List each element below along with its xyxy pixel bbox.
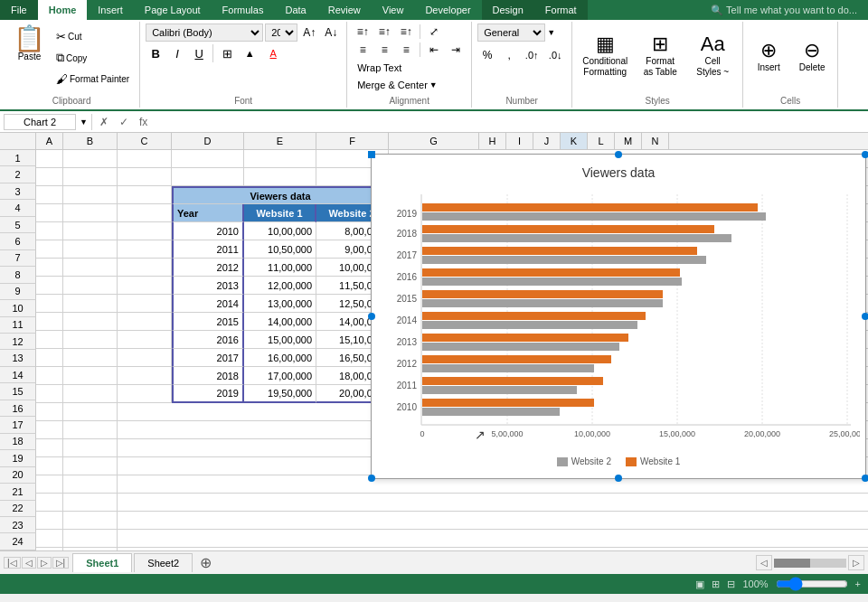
text-direction-button[interactable]: ⤢ [424,24,444,40]
insert-function-button[interactable]: fx [136,116,151,128]
horizontal-scrollbar[interactable] [774,559,846,568]
cell-w1-2017[interactable]: 16,00,000 [244,349,316,367]
number-format-select[interactable]: General [477,24,545,42]
cell-b2[interactable] [63,168,118,186]
delete-button[interactable]: ⊖ Delete [792,36,832,75]
view-normal-icon[interactable]: ▣ [695,578,704,590]
font-increase-button[interactable]: A↑ [299,24,319,41]
format-painter-button[interactable]: 🖌Format Painter [52,70,134,89]
scroll-left-button[interactable]: ◁ [756,555,772,570]
cell-year-2018[interactable]: 2018 [172,367,244,385]
tab-design[interactable]: Design [482,0,534,20]
formula-input[interactable] [155,114,864,130]
cell-styles-button[interactable]: Aa Cell Styles ~ [688,30,737,80]
cell-w1-2014[interactable]: 13,00,000 [244,295,316,313]
cell-w1-2013[interactable]: 12,00,000 [244,277,316,295]
align-top-right-button[interactable]: ≡↑ [396,24,416,40]
cell-w1-2010[interactable]: 10,00,000 [244,222,316,240]
scrollbar-thumb[interactable] [774,559,810,568]
cell-viewers-data-header[interactable]: Viewers data [172,186,389,204]
fill-color-button[interactable]: ▲ [239,43,260,63]
sheet-tab-sheet2[interactable]: Sheet2 [134,553,193,572]
name-box[interactable] [4,114,76,130]
cell-b4[interactable] [63,204,118,222]
tab-review[interactable]: Review [317,0,372,20]
tab-formulas[interactable]: Formulas [212,0,275,20]
chart-handle-bm[interactable] [615,475,622,482]
cell-a3[interactable] [36,186,63,204]
wrap-text-button[interactable]: Wrap Text [353,60,466,76]
align-center-button[interactable]: ≡ [374,42,394,58]
chart-handle-tl[interactable] [368,151,375,158]
percent-button[interactable]: % [477,45,497,65]
chart-handle-tm[interactable] [615,151,622,158]
align-right-button[interactable]: ≡ [396,42,416,58]
cell-w1-2011[interactable]: 10,50,000 [244,240,316,259]
cell-b3[interactable] [63,186,118,204]
cell-year-header[interactable]: Year [172,204,244,222]
zoom-slider[interactable] [776,578,848,589]
tab-format[interactable]: Format [534,0,588,20]
cell-c2[interactable] [118,168,172,186]
cell-c3[interactable] [118,186,172,204]
cancel-formula-button[interactable]: ✗ [96,116,112,128]
scroll-right-button[interactable]: ▷ [848,555,864,570]
cell-a4[interactable] [36,204,63,222]
font-name-select[interactable]: Calibri (Body) [146,24,263,42]
tab-data[interactable]: Data [274,0,316,20]
decrease-decimal-button[interactable]: .0↓ [544,45,566,65]
align-top-left-button[interactable]: ≡↑ [353,24,373,40]
paste-button[interactable]: 📋 Paste [9,24,50,64]
insert-button[interactable]: ⊕ Insert [749,36,788,75]
format-as-table-button[interactable]: ⊞ Format as Table [636,30,684,80]
tab-developer[interactable]: Developer [414,0,481,20]
font-size-select[interactable]: 20 [265,24,297,42]
cell-a2[interactable] [36,168,63,186]
cell-year-2014[interactable]: 2014 [172,295,244,313]
chart-handle-mr[interactable] [862,313,868,320]
chart-handle-ml[interactable] [368,313,375,320]
borders-button[interactable]: ⊞ [217,43,237,63]
cell-year-2010[interactable]: 2010 [172,222,244,240]
tell-me-input[interactable]: 🔍 Tell me what you want to do... [700,0,868,20]
name-box-dropdown-icon[interactable]: ▼ [80,118,88,127]
tab-nav-last[interactable]: ▷| [52,557,70,569]
chart-handle-tr[interactable] [862,151,868,158]
cell-website1-header[interactable]: Website 1 [244,204,316,222]
sheet-tab-sheet1[interactable]: Sheet1 [72,553,132,572]
cell-a1[interactable] [36,150,63,168]
indent-increase-button[interactable]: ⇥ [446,42,466,58]
tab-nav-next[interactable]: ▷ [37,557,52,569]
cell-year-2015[interactable]: 2015 [172,313,244,331]
view-layout-icon[interactable]: ⊞ [712,578,720,590]
conditional-formatting-button[interactable]: ▦ Conditional Formatting [578,30,632,80]
view-page-break-icon[interactable]: ⊟ [727,578,735,590]
chart-container[interactable]: Viewers data [371,154,866,479]
increase-decimal-button[interactable]: .0↑ [521,45,542,65]
cell-d1[interactable] [172,150,244,168]
confirm-formula-button[interactable]: ✓ [116,116,132,128]
cut-button[interactable]: ✂Cut [52,27,134,46]
cell-year-2013[interactable]: 2013 [172,277,244,295]
cell-year-2017[interactable]: 2017 [172,349,244,367]
copy-button[interactable]: ⧉Copy [52,48,134,68]
cell-w1-2018[interactable]: 17,00,000 [244,367,316,385]
chart-handle-bl[interactable] [368,475,375,482]
tab-view[interactable]: View [372,0,415,20]
cell-d2[interactable] [172,168,244,186]
cell-year-2011[interactable]: 2011 [172,240,244,259]
cell-e1[interactable] [244,150,316,168]
cell-w1-2015[interactable]: 14,00,000 [244,313,316,331]
tab-page-layout[interactable]: Page Layout [134,0,212,20]
tab-home[interactable]: Home [38,0,88,20]
cell-b1[interactable] [63,150,118,168]
cell-e2[interactable] [244,168,316,186]
cell-c4[interactable] [118,204,172,222]
tab-file[interactable]: File [0,0,38,20]
align-left-button[interactable]: ≡ [353,42,373,58]
tab-nav-prev[interactable]: ◁ [22,557,36,569]
cell-w1-2012[interactable]: 11,00,000 [244,259,316,277]
zoom-in-button[interactable]: + [855,578,861,589]
font-decrease-button[interactable]: A↓ [321,24,341,41]
bold-button[interactable]: B [146,43,165,63]
